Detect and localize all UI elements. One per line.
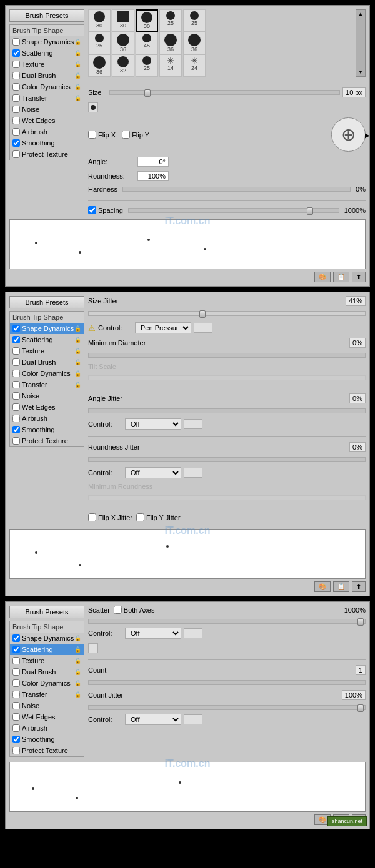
color-cb-2[interactable] — [12, 370, 20, 377]
control-select-pen[interactable]: Pen Pressure — [135, 322, 191, 333]
toolbar-btn-2-upload[interactable]: ⬆ — [352, 581, 366, 592]
texture-cb-2[interactable] — [12, 347, 20, 355]
shape-dynamics-checkbox[interactable] — [12, 38, 20, 46]
brush-cell-6[interactable]: 36 — [112, 32, 134, 54]
brush-cell-5[interactable]: 25 — [88, 32, 111, 54]
sidebar-item-3-transfer[interactable]: Transfer 🔒 — [10, 689, 84, 700]
airbrush-checkbox[interactable] — [12, 128, 20, 136]
sidebar-item-3-dual-brush[interactable]: Dual Brush 🔒 — [10, 666, 84, 678]
noise-cb-3[interactable] — [12, 702, 20, 709]
sidebar-item-wet-edges[interactable]: Wet Edges — [10, 115, 84, 126]
brush-cell-8[interactable]: 36 — [159, 32, 182, 54]
sidebar-item-airbrush[interactable]: Airbrush — [10, 126, 84, 137]
sidebar-item-2-noise[interactable]: Noise — [10, 390, 84, 402]
sidebar-item-3-smoothing[interactable]: Smoothing — [10, 734, 84, 745]
sidebar-item-3-scattering[interactable]: Scattering 🔒 — [10, 644, 84, 655]
sidebar-item-3-brush-tip[interactable]: Brush Tip Shape — [10, 621, 84, 633]
shape-cb-3[interactable] — [12, 634, 20, 642]
wet-cb-3[interactable] — [12, 713, 20, 721]
air-cb-2[interactable] — [12, 415, 20, 422]
sidebar-item-2-protect[interactable]: Protect Texture — [10, 435, 84, 446]
sidebar-item-color-dynamics[interactable]: Color Dynamics 🔒 — [10, 81, 84, 92]
transfer-checkbox[interactable] — [12, 94, 20, 102]
angle-arrow-right[interactable]: ▶ — [365, 131, 370, 138]
wet-cb-2[interactable] — [12, 403, 20, 411]
sidebar-item-2-color-dynamics[interactable]: Color Dynamics 🔒 — [10, 368, 84, 379]
noise-cb-2[interactable] — [12, 392, 20, 400]
sidebar-item-3-texture[interactable]: Texture 🔒 — [10, 655, 84, 666]
dual-cb-3[interactable] — [12, 668, 20, 676]
texture-checkbox[interactable] — [12, 61, 20, 68]
brush-cell-10[interactable]: 36 — [88, 54, 111, 77]
brush-cell-11[interactable]: 32 — [112, 54, 134, 77]
brush-cell-3[interactable]: 25 — [159, 9, 182, 32]
toolbar-btn-palette[interactable]: 🎨 — [314, 272, 331, 282]
sidebar-item-2-brush-tip[interactable]: Brush Tip Shape — [10, 312, 84, 323]
sidebar-item-2-dual-brush[interactable]: Dual Brush 🔒 — [10, 357, 84, 368]
protect-cb-2[interactable] — [12, 437, 20, 445]
smoothing-checkbox[interactable] — [12, 139, 20, 147]
brush-cell-0[interactable]: 30 — [88, 9, 111, 32]
angle-control-select[interactable]: Off — [125, 418, 181, 430]
sidebar-item-scattering[interactable]: Scattering 🔒 — [10, 47, 84, 59]
brush-cell-12[interactable]: 25 — [136, 54, 158, 77]
texture-cb-3[interactable] — [12, 657, 20, 664]
transfer-cb-3[interactable] — [12, 691, 20, 698]
angle-input[interactable] — [138, 157, 169, 167]
brush-cell-9[interactable]: 36 — [183, 32, 206, 54]
flip-x-checkbox[interactable] — [88, 131, 96, 139]
brush-cell-2[interactable]: 30 — [136, 9, 158, 32]
spacing-checkbox[interactable] — [88, 206, 96, 214]
count-jitter-slider[interactable] — [88, 705, 366, 710]
sidebar-item-dual-brush[interactable]: Dual Brush 🔒 — [10, 70, 84, 81]
transfer-cb-2[interactable] — [12, 381, 20, 388]
sidebar-item-3-wet-edges[interactable]: Wet Edges — [10, 711, 84, 723]
dual-cb-2[interactable] — [12, 358, 20, 366]
both-axes-checkbox[interactable] — [114, 606, 122, 614]
flip-x-jitter-checkbox[interactable] — [88, 513, 96, 521]
brush-presets-button-2[interactable]: Brush Presets — [9, 296, 84, 308]
sidebar-item-2-airbrush[interactable]: Airbrush — [10, 413, 84, 424]
air-cb-3[interactable] — [12, 724, 20, 732]
toolbar-btn-2-copy[interactable]: 📋 — [333, 581, 349, 592]
brush-presets-button-3[interactable]: Brush Presets — [9, 606, 84, 618]
sidebar-item-3-color-dynamics[interactable]: Color Dynamics 🔒 — [10, 678, 84, 689]
sidebar-item-3-shape-dynamics[interactable]: Shape Dynamics 🔒 — [10, 633, 84, 644]
color-dynamics-checkbox[interactable] — [12, 83, 20, 91]
sidebar-item-smoothing[interactable]: Smoothing — [10, 137, 84, 149]
min-diameter-slider[interactable] — [88, 353, 366, 358]
sidebar-item-2-wet-edges[interactable]: Wet Edges — [10, 402, 84, 413]
color-cb-3[interactable] — [12, 679, 20, 687]
sidebar-item-2-transfer[interactable]: Transfer 🔒 — [10, 379, 84, 390]
flip-y-jitter-checkbox[interactable] — [136, 513, 144, 521]
sidebar-item-transfer[interactable]: Transfer 🔒 — [10, 92, 84, 104]
scatter-control-select[interactable]: Off — [125, 628, 181, 639]
sidebar-item-noise[interactable]: Noise — [10, 104, 84, 115]
brush-cell-7[interactable]: 45 — [136, 32, 158, 54]
toolbar-btn-copy[interactable]: 📋 — [333, 272, 349, 282]
brush-cell-1[interactable]: 30 — [112, 9, 134, 32]
sidebar-item-brush-tip-shape[interactable]: Brush Tip Shape — [10, 25, 84, 36]
roundness-jitter-slider[interactable] — [88, 457, 366, 462]
flip-y-checkbox[interactable] — [122, 131, 130, 139]
brush-grid-scrollbar[interactable]: ▲ ▼ — [356, 9, 366, 77]
size-input-small[interactable] — [88, 102, 98, 112]
roundness-input[interactable] — [138, 171, 169, 181]
wet-edges-checkbox[interactable] — [12, 117, 20, 124]
sidebar-item-3-protect[interactable]: Protect Texture — [10, 745, 84, 756]
scatter-cb-2[interactable] — [12, 336, 20, 343]
toolbar-btn-upload[interactable]: ⬆ — [352, 272, 366, 282]
sidebar-item-3-noise[interactable]: Noise — [10, 700, 84, 711]
dual-brush-checkbox[interactable] — [12, 72, 20, 79]
scatter-slider[interactable] — [88, 619, 366, 624]
sidebar-item-3-airbrush[interactable]: Airbrush — [10, 723, 84, 734]
smooth-cb-3[interactable] — [12, 736, 20, 743]
sidebar-item-protect-texture[interactable]: Protect Texture — [10, 149, 84, 160]
count-control-select[interactable]: Off — [125, 714, 181, 725]
brush-cell-13[interactable]: ✳ 14 — [159, 54, 182, 77]
brush-presets-button[interactable]: Brush Presets — [9, 9, 84, 22]
roundness-control-select[interactable]: Off — [125, 467, 181, 478]
protect-texture-checkbox[interactable] — [12, 150, 20, 158]
toolbar-btn-2-palette[interactable]: 🎨 — [314, 581, 331, 592]
sidebar-item-2-shape-dynamics[interactable]: Shape Dynamics 🔒 — [10, 323, 84, 334]
